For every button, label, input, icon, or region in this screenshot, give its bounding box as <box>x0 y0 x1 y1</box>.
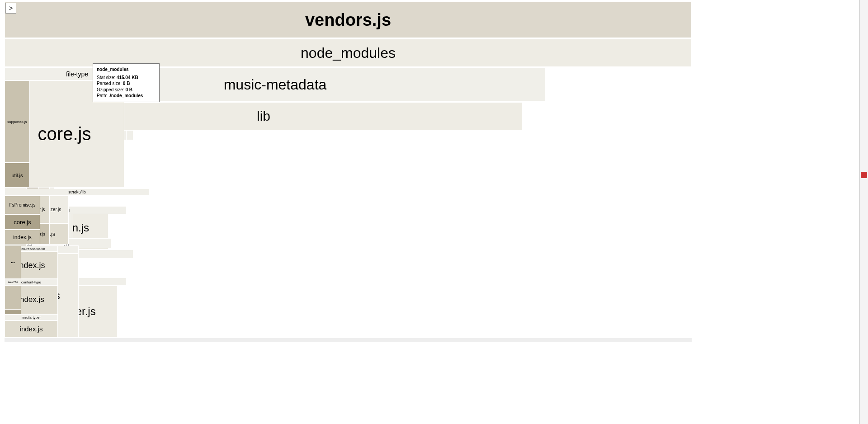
node-strtok-index[interactable]: index.js <box>5 230 40 245</box>
devtools-sidebar[interactable] <box>859 0 868 424</box>
node-fspromise[interactable]: FsPromise.js <box>5 196 40 214</box>
node-ieee754[interactable]: ieee754 <box>5 279 21 285</box>
node-vendors[interactable]: vendors.js <box>5 2 692 38</box>
node-mediatyper[interactable]: media-typer <box>5 314 58 320</box>
node-node-modules[interactable]: node_modules <box>5 39 692 67</box>
toggle-sidebar-button[interactable]: > <box>5 3 16 14</box>
node-ieee754-more[interactable] <box>5 285 21 309</box>
node-supported[interactable]: supported.js <box>5 80 30 163</box>
node-pr-more[interactable]: ••• <box>5 245 21 279</box>
horizontal-scrollbar[interactable] <box>5 338 692 342</box>
tooltip-title: node_modules <box>97 67 129 72</box>
tooltip-node-modules: node_modules Stat size: 415.04 KB Parsed… <box>93 63 160 102</box>
node-strtok3[interactable]: strtok3/lib <box>5 188 150 196</box>
node-ft-util[interactable]: util.js <box>5 163 30 188</box>
node-mediatyper-index[interactable]: index.js <box>5 320 58 337</box>
node-strtok-core[interactable]: core.js <box>5 214 40 230</box>
devtools-badge-icon <box>861 172 867 178</box>
treemap-viewport[interactable]: vendors.js node_modules music-metadata l… <box>5 2 692 337</box>
